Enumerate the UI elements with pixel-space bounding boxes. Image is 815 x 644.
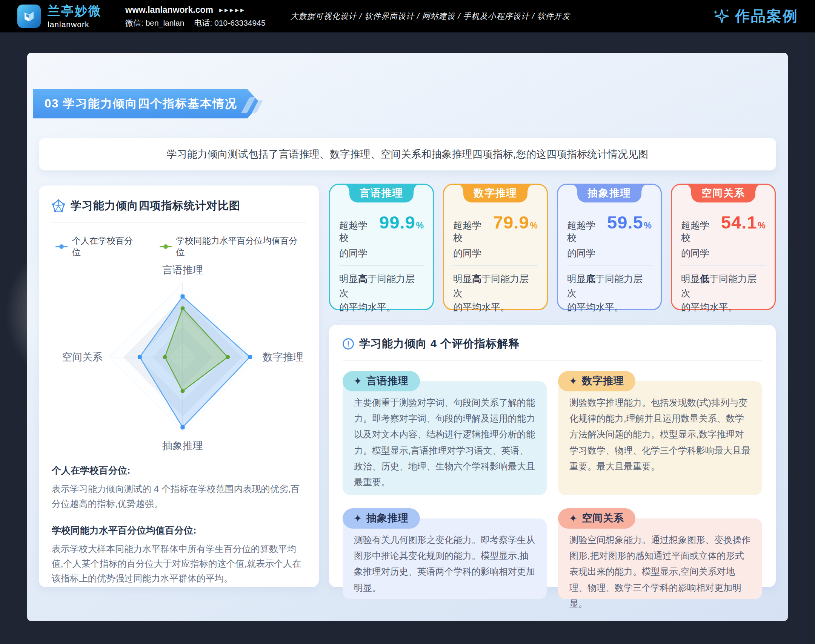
spark-icon: ✦ [354,511,362,526]
percent-sign: % [758,221,766,231]
explain-spatial-relations: ✦空间关系 测验空间想象能力。通过想象图形、变换操作图形,把对图形的感知通过平面… [558,518,762,599]
divider [339,265,424,266]
spark-icon: ✦ [569,511,577,526]
divider [567,265,652,266]
legend-marker-blue [55,246,68,247]
score-value: 59.5 [607,212,643,233]
score-prefix: 超越学校 [681,219,717,244]
divider [567,320,652,321]
radar-axis-label: 抽象推理 [162,440,203,451]
logo-title: 兰亭妙微 [48,5,102,17]
percent-sign: % [530,221,538,231]
top-header-bar: 兰亭妙微 lanlanwork www.lanlanwork.com ▶▶▶▶▶… [0,0,815,32]
card-verbal-reasoning: 言语推理 超越学校99.9% 的同学 明显高于同能力层次的平均水平。 ★★★★★ [329,184,434,310]
card-desc: 明显高于同能力层次的平均水平。 [453,272,538,314]
note-heading: 学校同能力水平百分位均值百分位: [52,524,306,537]
divider [343,360,762,361]
intro-bar: 学习能力倾向测试包括了言语推理、数字推理、空间关系和抽象推理四项指标,您的这四项… [39,138,776,170]
intro-text: 学习能力倾向测试包括了言语推理、数字推理、空间关系和抽象推理四项指标,您的这四项… [167,147,649,161]
radar-chart: 言语推理数字推理抽象推理空间关系 [52,262,306,461]
note-personal-percentile: 个人在学校百分位: 表示学习能力倾向测试的 4 个指标在学校范围内表现的优劣,百… [52,464,306,511]
radar-chart-icon [52,199,65,213]
explain-chip: ✦数字推理 [558,371,635,391]
card-numeric-reasoning: 数字推理 超越学校79.9% 的同学 明显高于同能力层次的平均水平。 ★★★★★ [443,184,548,310]
card-tab: 言语推理 [349,184,414,202]
spark-icon: ✦ [569,373,577,389]
explanation-title: 学习能力倾向 4 个评价指标解释 [359,336,520,351]
card-tab: 抽象推理 [577,184,641,202]
explain-verbal-reasoning: ✦言语推理 主要侧重于测验对字词、句段间关系了解的能力。即考察对字词、句段的理解… [343,381,547,495]
card-spatial-relations: 空间关系 超越学校54.1% 的同学 明显低于同能力层次的平均水平。 ★★★★★ [671,184,776,310]
radar-panel: 学习能力倾向四项指标统计对比图 个人在学校百分位 学校同能力水平百分位均值百分位… [39,186,319,587]
score-suffix: 的同学 [339,247,424,259]
legend-label: 个人在学校百分位 [72,235,141,258]
card-desc: 明显低于同能力层次的平均水平。 [681,272,766,314]
report-board: 03 学习能力倾向四个指标基本情况 学习能力倾向测试包括了言语推理、数字推理、空… [27,53,788,621]
explain-chip: ✦言语推理 [343,371,420,391]
note-heading: 个人在学校百分位: [52,464,306,477]
radar-axis-label: 言语推理 [162,264,203,276]
logo-book-icon [17,5,41,28]
spark-icon: ✦ [354,373,362,389]
score-suffix: 的同学 [453,247,538,259]
radar-panel-title: 学习能力倾向四项指标统计对比图 [71,198,240,213]
score-value: 54.1 [721,212,757,233]
divider [453,320,538,321]
logo-text: 兰亭妙微 lanlanwork [48,5,102,28]
legend-label: 学校同能力水平百分位均值百分位 [176,235,306,258]
legend-marker-green [160,246,172,247]
section-banner: 03 学习能力倾向四个指标基本情况 [33,89,261,118]
logo-subtitle: lanlanwork [48,20,102,28]
site-contact-block: www.lanlanwork.com ▶▶▶▶▶ 微信: ben_lanlan … [125,6,266,27]
divider [453,265,538,266]
score-suffix: 的同学 [681,247,766,259]
score-prefix: 超越学校 [567,219,603,244]
wechat-text: 微信: ben_lanlan [125,19,184,27]
explain-body: 测验数字推理能力。包括发现数(式)排列与变化规律的能力,理解并且运用数量关系、数… [569,395,751,474]
explain-body: 测验空间想象能力。通过想象图形、变换操作图形,把对图形的感知通过平面或立体的形式… [569,532,751,612]
note-body: 表示学习能力倾向测试的 4 个指标在学校范围内表现的优劣,百分位越高的指标,优势… [52,482,306,511]
score-value: 79.9 [493,212,529,233]
score-suffix: 的同学 [567,247,652,259]
page: 兰亭妙微 lanlanwork www.lanlanwork.com ▶▶▶▶▶… [0,0,815,644]
card-desc: 明显高于同能力层次的平均水平。 [339,272,424,314]
radar-axis-label: 空间关系 [62,351,103,363]
score-value: 99.9 [379,212,415,233]
card-tab: 数字推理 [463,184,527,202]
sparkle-icon [712,8,730,25]
divider [681,320,766,321]
score-prefix: 超越学校 [453,219,489,244]
explain-body: 测验有关几何图形之变化能力。即考察学生从图形中推论其变化规则的能力。模型显示,抽… [354,532,535,596]
portfolio-label: 作品案例 [735,6,798,26]
explain-body: 主要侧重于测验对字词、句段间关系了解的能力。即考察对字词、句段的理解及运用的能力… [354,395,535,490]
section-title: 03 学习能力倾向四个指标基本情况 [45,96,237,112]
explain-chip: ✦抽象推理 [343,508,420,529]
percent-sign: % [644,221,652,231]
explain-abstract-reasoning: ✦抽象推理 测验有关几何图形之变化能力。即考察学生从图形中推论其变化规则的能力。… [343,518,547,599]
portfolio-link[interactable]: 作品案例 [712,6,798,26]
card-tab: 空间关系 [691,184,755,202]
radar-chart-svg: 言语推理数字推理抽象推理空间关系 [52,262,306,460]
legend-item-personal[interactable]: 个人在学校百分位 [55,235,141,258]
explanation-panel: ! 学习能力倾向 4 个评价指标解释 ✦言语推理 主要侧重于测验对字词、句段间关… [329,325,776,587]
divider [52,222,306,223]
arrows-icon: ▶▶▶▶▶ [219,8,246,12]
indicator-cards-row: 言语推理 超越学校99.9% 的同学 明显高于同能力层次的平均水平。 ★★★★★… [329,184,776,310]
score-prefix: 超越学校 [339,219,375,244]
card-abstract-reasoning: 抽象推理 超越学校59.5% 的同学 明显底于同能力层次的平均水平。 ★★★★★ [557,184,662,310]
phone-text: 电话: 010-63334945 [194,19,265,27]
chart-legend: 个人在学校百分位 学校同能力水平百分位均值百分位 [55,235,306,258]
info-icon: ! [343,338,354,350]
logo[interactable]: 兰亭妙微 lanlanwork [17,5,102,28]
card-desc: 明显底于同能力层次的平均水平。 [567,272,652,314]
website-link[interactable]: www.lanlanwork.com [125,6,213,14]
note-body: 表示学校大样本同能力水平群体中所有学生百分位的算数平均值,个人某个指标的百分位大… [52,542,306,586]
explain-numeric-reasoning: ✦数字推理 测验数字推理能力。包括发现数(式)排列与变化规律的能力,理解并且运用… [558,381,762,495]
header-nav[interactable]: 大数据可视化设计 / 软件界面设计 / 网站建设 / 手机及小程序设计 / 软件… [291,11,570,21]
legend-item-school-avg[interactable]: 学校同能力水平百分位均值百分位 [160,235,306,258]
note-school-average: 学校同能力水平百分位均值百分位: 表示学校大样本同能力水平群体中所有学生百分位的… [52,524,306,586]
radar-axis-label: 数字推理 [263,351,303,363]
divider [681,265,766,266]
percent-sign: % [416,221,424,231]
divider [339,320,424,321]
